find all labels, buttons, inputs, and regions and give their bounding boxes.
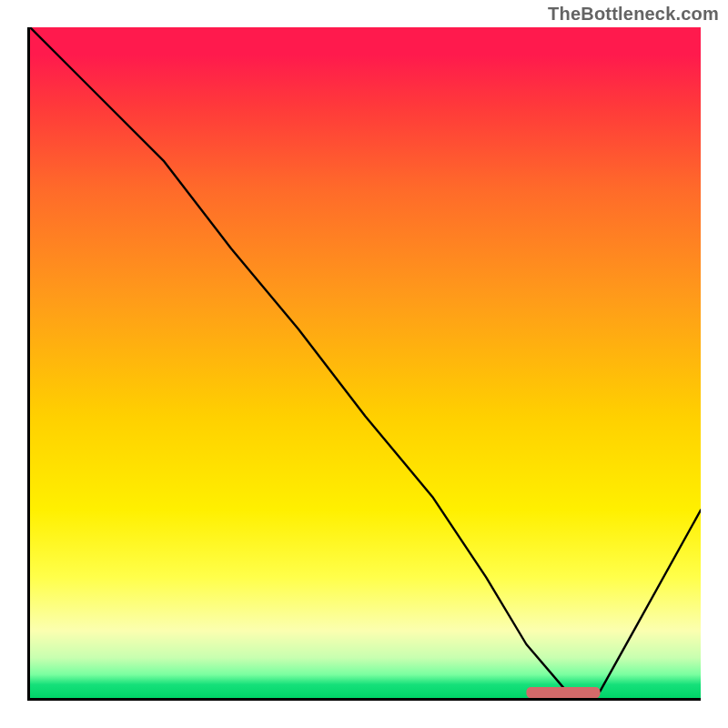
- attribution-text: TheBottleneck.com: [548, 4, 719, 25]
- plot-area: [27, 27, 701, 701]
- chart-overlay: [30, 27, 701, 698]
- chart-container: TheBottleneck.com: [0, 0, 728, 728]
- optimal-range-marker: [526, 687, 600, 698]
- bottleneck-curve: [30, 27, 701, 692]
